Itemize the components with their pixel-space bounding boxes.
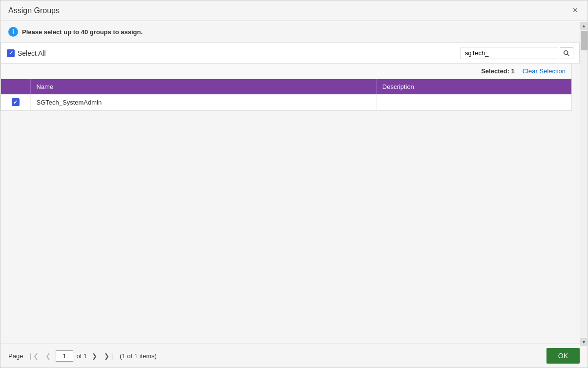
svg-point-0 <box>564 50 568 54</box>
search-area <box>461 47 573 59</box>
selected-count: Selected: 1 <box>481 67 515 75</box>
col-checkbox <box>1 79 30 94</box>
first-page-button[interactable]: ❘❮ <box>26 351 41 361</box>
svg-line-1 <box>567 54 569 56</box>
search-input[interactable] <box>461 47 558 59</box>
close-button[interactable]: × <box>570 5 580 16</box>
assign-groups-dialog: Assign Groups × ▲ ▼ i Please select up t… <box>0 0 588 368</box>
scroll-down-arrow[interactable]: ▼ <box>580 338 588 346</box>
selected-bar: Selected: 1 Clear Selection <box>0 64 572 79</box>
scroll-up-arrow[interactable]: ▲ <box>580 22 588 30</box>
toolbar-row: Select All <box>0 43 580 64</box>
info-bar: i Please select up to 40 groups to assig… <box>0 21 580 43</box>
search-icon <box>563 50 570 57</box>
prev-page-button[interactable]: ❮ <box>43 351 53 361</box>
table-container: Name Description ✓SGTech_SystemAdmin <box>0 79 572 111</box>
items-count: (1 of 1 items) <box>120 352 157 360</box>
last-page-button[interactable]: ❯❘ <box>102 351 117 361</box>
table-row: ✓SGTech_SystemAdmin <box>1 94 571 110</box>
row-checkbox-cell: ✓ <box>1 94 30 110</box>
dialog-footer: Page ❘❮ ❮ of 1 ❯ ❯❘ (1 of 1 items) OK <box>0 344 588 368</box>
col-name: Name <box>30 79 376 94</box>
groups-table: Name Description ✓SGTech_SystemAdmin <box>1 79 571 110</box>
table-header-row: Name Description <box>1 79 571 94</box>
dialog-title: Assign Groups <box>8 6 60 15</box>
dialog-body: i Please select up to 40 groups to assig… <box>0 21 588 344</box>
col-description: Description <box>376 79 571 94</box>
page-label: Page <box>8 352 23 360</box>
row-description <box>376 94 571 110</box>
select-all-label: Select All <box>18 49 46 57</box>
info-icon: i <box>8 27 18 37</box>
scrollbar[interactable]: ▲ ▼ <box>580 22 588 346</box>
pagination-area: Page ❘❮ ❮ of 1 ❯ ❯❘ (1 of 1 items) <box>8 350 157 362</box>
row-name: SGTech_SystemAdmin <box>30 94 376 110</box>
select-all-area: Select All <box>7 49 46 57</box>
clear-selection-button[interactable]: Clear Selection <box>523 67 566 75</box>
select-all-checkbox[interactable] <box>7 49 15 57</box>
search-button[interactable] <box>560 47 573 59</box>
scroll-thumb[interactable] <box>581 31 588 50</box>
next-page-button[interactable]: ❯ <box>90 351 99 361</box>
row-checkbox[interactable]: ✓ <box>12 98 20 106</box>
info-message: Please select up to 40 groups to assign. <box>22 28 143 36</box>
ok-button[interactable]: OK <box>546 348 580 364</box>
of-pages: of 1 <box>76 352 87 360</box>
current-page-input[interactable] <box>56 350 73 362</box>
dialog-title-bar: Assign Groups × <box>0 0 588 21</box>
